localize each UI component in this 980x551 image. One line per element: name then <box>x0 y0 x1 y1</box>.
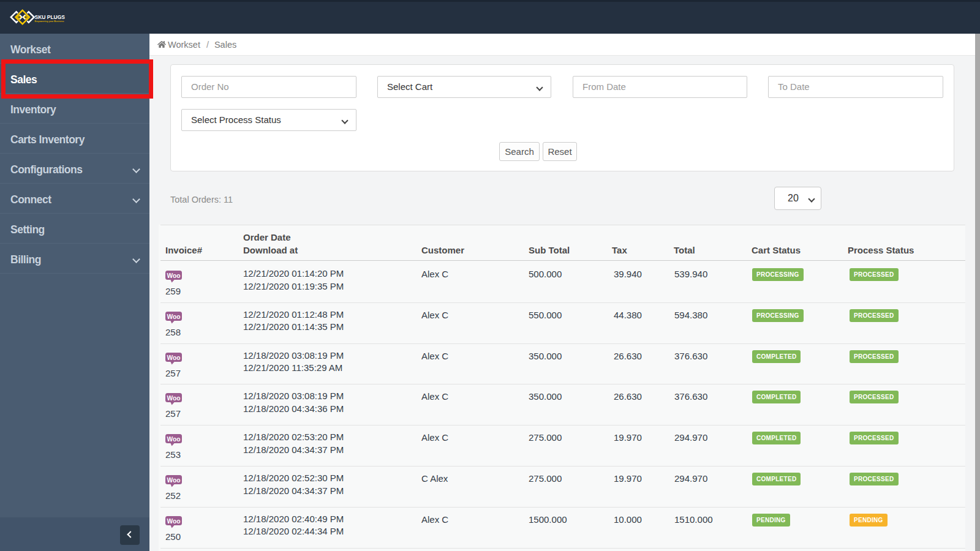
svg-text:Woo: Woo <box>167 435 181 443</box>
svg-text:Empowering your Business: Empowering your Business <box>35 20 64 23</box>
svg-text:Woo: Woo <box>167 312 181 320</box>
svg-text:Woo: Woo <box>167 353 181 361</box>
svg-text:Woo: Woo <box>167 517 181 524</box>
svg-text:Woo: Woo <box>167 394 181 402</box>
svg-text:Woo: Woo <box>167 272 181 279</box>
svg-text:Woo: Woo <box>167 476 181 484</box>
